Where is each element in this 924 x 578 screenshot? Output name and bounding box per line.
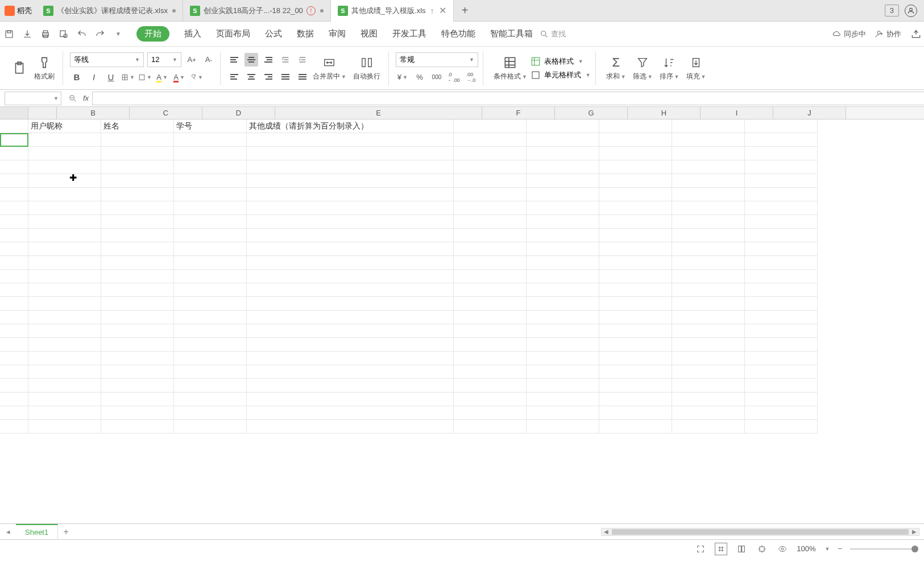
cell[interactable] [0,406,28,420]
zoom-slider[interactable] [850,548,918,550]
print-button[interactable] [39,27,52,41]
cell[interactable] [28,229,101,242]
cell[interactable] [28,215,101,229]
cell[interactable] [101,201,174,215]
cell[interactable] [28,297,101,311]
cell[interactable] [599,119,672,133]
cell[interactable] [672,147,745,160]
export-button[interactable] [20,27,34,41]
cell[interactable] [527,215,599,229]
align-justify-button[interactable] [279,70,292,84]
cell[interactable] [527,311,599,324]
save-button[interactable] [2,27,16,41]
cell[interactable] [527,229,599,242]
close-icon[interactable]: ✕ [439,5,446,16]
cell[interactable] [672,297,745,311]
cell[interactable] [247,420,454,434]
cell[interactable] [174,229,247,242]
cell[interactable] [0,352,28,365]
cell[interactable] [28,174,101,188]
cell[interactable] [174,338,247,352]
font-name-select[interactable]: 等线▼ [70,52,144,67]
cell[interactable] [745,256,818,270]
sort-button[interactable]: 排序▼ [656,55,683,81]
cell[interactable] [672,311,745,324]
cell[interactable] [0,379,28,393]
cell[interactable] [28,201,101,215]
cell[interactable] [28,283,101,297]
cell[interactable] [174,242,247,256]
cell[interactable] [672,174,745,188]
cell[interactable] [0,393,28,406]
cell[interactable] [28,311,101,324]
cell[interactable] [101,365,174,379]
menu-formulas[interactable]: 公式 [265,28,282,39]
cell[interactable] [454,406,527,420]
col-header-f[interactable]: F [482,107,555,119]
cell[interactable] [247,338,454,352]
cell[interactable] [599,352,672,365]
cell[interactable] [0,174,28,188]
cell[interactable] [174,352,247,365]
sheet-tab-1[interactable]: Sheet1 [16,524,58,540]
cell[interactable] [672,352,745,365]
cell[interactable] [247,174,454,188]
cell[interactable] [454,352,527,365]
cell[interactable] [247,324,454,338]
cell[interactable] [0,270,28,283]
cell[interactable] [454,270,527,283]
cell[interactable] [101,324,174,338]
cell[interactable] [28,420,101,434]
cell[interactable] [672,242,745,256]
cell[interactable] [527,365,599,379]
cell[interactable] [0,188,28,201]
cell[interactable] [174,311,247,324]
cell[interactable] [454,365,527,379]
cell[interactable] [101,283,174,297]
share-icon[interactable] [910,28,922,40]
cell[interactable] [527,256,599,270]
cell[interactable] [527,270,599,283]
cell[interactable] [599,133,672,147]
cell[interactable] [101,393,174,406]
filter-button[interactable]: 筛选▼ [629,55,656,81]
cell[interactable] [599,147,672,160]
align-right-button[interactable] [262,70,275,84]
scroll-left-icon[interactable]: ◀ [602,529,611,535]
cell[interactable] [527,379,599,393]
cell[interactable] [28,147,101,160]
col-header-j[interactable]: J [773,107,846,119]
cell[interactable] [0,365,28,379]
cell[interactable] [599,393,672,406]
cell[interactable]: 学号 [174,119,247,133]
cell[interactable] [174,188,247,201]
comma-button[interactable]: 000 [430,71,444,84]
cell[interactable] [454,297,527,311]
cell[interactable] [745,160,818,174]
currency-button[interactable]: ¥▼ [396,71,409,84]
cell[interactable] [672,406,745,420]
cell[interactable] [247,147,454,160]
cell[interactable] [454,324,527,338]
cell[interactable] [599,160,672,174]
cell[interactable] [174,393,247,406]
cell[interactable] [527,324,599,338]
cell[interactable] [527,119,599,133]
doc-tab-2[interactable]: S 其他成绩_导入模版.xls ↑ ✕ [331,0,454,22]
cell[interactable] [672,379,745,393]
cell[interactable] [672,324,745,338]
cell[interactable] [28,352,101,365]
cell[interactable] [247,406,454,420]
zoom-formula-icon[interactable] [66,92,80,105]
cell[interactable] [101,147,174,160]
autosum-button[interactable]: Σ 求和▼ [603,55,629,81]
cell[interactable] [672,160,745,174]
cell[interactable] [101,133,174,147]
highlight-color-button[interactable]: A▼ [155,71,169,84]
menu-features[interactable]: 特色功能 [441,28,475,39]
percent-button[interactable]: % [413,71,426,84]
cell[interactable] [0,147,28,160]
format-painter-button[interactable]: 格式刷 [31,55,58,81]
cell[interactable] [599,215,672,229]
cell[interactable] [0,420,28,434]
